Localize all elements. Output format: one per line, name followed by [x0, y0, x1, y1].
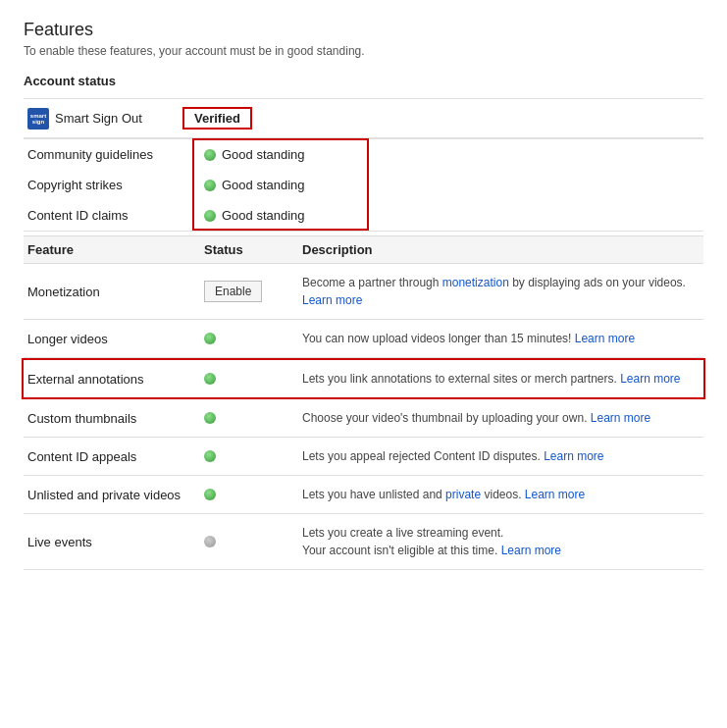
custom-thumbnails-label: Custom thumbnails — [27, 411, 204, 426]
content-id-claims-status: Good standing — [204, 208, 305, 223]
status-col-header: Status — [204, 242, 302, 257]
custom-thumbnails-status — [204, 412, 302, 424]
live-events-desc: Lets you create a live streaming event. … — [302, 524, 700, 559]
content-id-claims-label: Content ID claims — [27, 208, 204, 223]
unlisted-private-status — [204, 489, 302, 500]
smart-signout-status: Verified — [182, 107, 252, 130]
custom-thumbnails-learn-more[interactable]: Learn more — [591, 411, 650, 425]
good-standing-group: Community guidelines Good standing Copyr… — [24, 138, 703, 232]
live-events-label: Live events — [27, 535, 204, 549]
description-col-header: Description — [302, 242, 700, 257]
content-id-appeals-status — [204, 450, 302, 462]
page-subtitle: To enable these features, your account m… — [24, 44, 703, 58]
feature-col-header: Feature — [27, 242, 204, 257]
verified-badge: Verified — [182, 107, 252, 130]
longer-videos-label: Longer videos — [27, 332, 204, 346]
content-id-appeals-learn-more[interactable]: Learn more — [544, 449, 603, 463]
account-status-label: Account status — [24, 74, 703, 88]
longer-videos-desc: You can now upload videos longer than 15… — [302, 330, 700, 347]
monetization-link[interactable]: monetization — [442, 276, 509, 289]
copyright-status-text: Good standing — [222, 178, 305, 192]
custom-thumbnails-row: Custom thumbnails Choose your video's th… — [24, 399, 703, 438]
live-events-row: Live events Lets you create a live strea… — [24, 514, 703, 570]
subtitle-text: To enable these features, your account m… — [24, 44, 365, 58]
external-annotations-status — [204, 373, 302, 385]
page-title: Features — [24, 20, 703, 40]
content-id-appeals-label: Content ID appeals — [27, 449, 204, 464]
external-annotations-row: External annotations Lets you link annot… — [22, 358, 705, 399]
green-dot-external — [204, 373, 216, 385]
content-id-claims-row: Content ID claims Good standing — [24, 200, 703, 231]
account-status-section: Account status smartsign Smart Sign Out … — [24, 74, 703, 232]
monetization-learn-more[interactable]: Learn more — [302, 293, 362, 307]
community-guidelines-row: Community guidelines Good standing — [24, 138, 703, 170]
monetization-desc: Become a partner through monetization by… — [302, 274, 700, 309]
smart-signout-icon: smartsign — [27, 108, 49, 130]
monetization-row: Monetization Enable Become a partner thr… — [24, 264, 703, 320]
external-annotations-label: External annotations — [27, 372, 204, 387]
copyright-strikes-status: Good standing — [204, 178, 305, 192]
green-dot-longer — [204, 333, 216, 344]
unlisted-learn-more[interactable]: Learn more — [525, 488, 585, 501]
monetization-label: Monetization — [27, 285, 204, 299]
gray-dot-live — [204, 536, 216, 547]
live-events-learn-more[interactable]: Learn more — [501, 544, 561, 557]
copyright-strikes-row: Copyright strikes Good standing — [24, 170, 703, 200]
green-dot-thumbnails — [204, 412, 216, 424]
smart-signout-row: smartsign Smart Sign Out Verified — [24, 98, 703, 138]
copyright-strikes-label: Copyright strikes — [27, 178, 204, 192]
unlisted-private-row: Unlisted and private videos Lets you hav… — [24, 476, 703, 514]
contentid-status-text: Good standing — [222, 208, 305, 223]
smart-signout-label: Smart Sign Out — [55, 111, 142, 126]
external-annotations-learn-more[interactable]: Learn more — [620, 372, 680, 386]
content-id-appeals-row: Content ID appeals Lets you appeal rejec… — [24, 438, 703, 476]
green-dot-copyright — [204, 180, 216, 191]
green-dot-unlisted — [204, 489, 216, 500]
live-events-status — [204, 536, 302, 547]
content-id-appeals-desc: Lets you appeal rejected Content ID disp… — [302, 447, 700, 465]
enable-button[interactable]: Enable — [204, 281, 262, 302]
unlisted-private-label: Unlisted and private videos — [27, 488, 204, 502]
unlisted-private-desc: Lets you have unlisted and private video… — [302, 486, 700, 503]
features-table-header: Feature Status Description — [24, 235, 703, 264]
community-guidelines-label: Community guidelines — [27, 147, 204, 162]
external-annotations-desc: Lets you link annotations to external si… — [302, 370, 700, 388]
private-link[interactable]: private — [445, 488, 481, 501]
custom-thumbnails-desc: Choose your video's thumbnail by uploadi… — [302, 409, 700, 427]
green-dot-contentid — [204, 210, 216, 222]
longer-videos-status — [204, 333, 302, 344]
green-dot-community — [204, 149, 216, 161]
community-status-text: Good standing — [222, 147, 305, 162]
longer-videos-learn-more[interactable]: Learn more — [575, 332, 635, 345]
green-dot-appeals — [204, 450, 216, 462]
monetization-status: Enable — [204, 281, 302, 302]
longer-videos-row: Longer videos You can now upload videos … — [24, 320, 703, 358]
community-guidelines-status: Good standing — [204, 147, 305, 162]
